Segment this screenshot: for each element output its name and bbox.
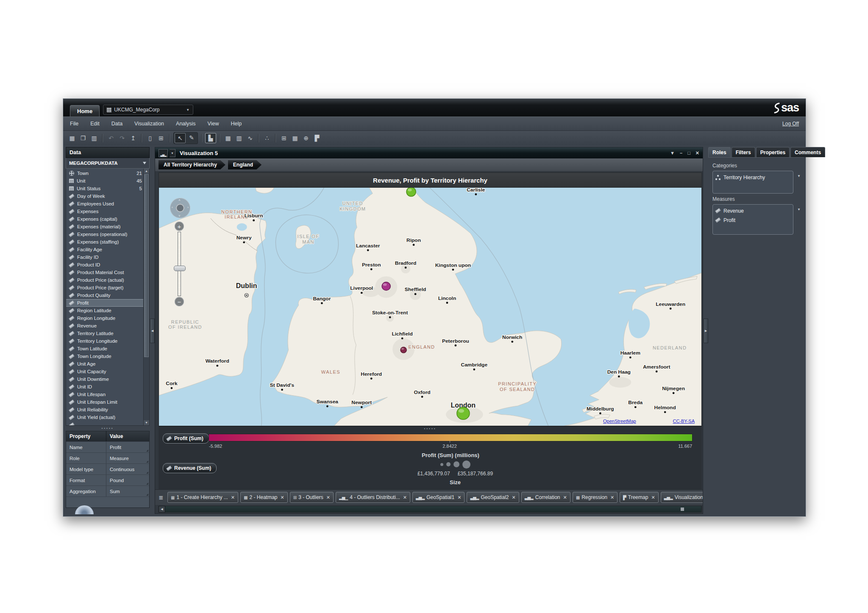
field-expenses-operational[interactable]: Expenses (operational) bbox=[66, 230, 144, 238]
close-icon[interactable]: ✕ bbox=[651, 495, 655, 500]
chevron-down-icon[interactable]: ▼ bbox=[170, 149, 175, 157]
field-territory-latitude[interactable]: Territory Latitude bbox=[66, 330, 144, 337]
tab-filters[interactable]: Filters bbox=[732, 147, 755, 157]
data-source-selector[interactable]: MEGACORPUKDATA bbox=[66, 158, 150, 169]
field-unit-lifespan-limit[interactable]: Unit Lifespan Limit bbox=[66, 398, 144, 406]
tab-geospatial1[interactable]: ▃▅▂GeoSpatial1✕ bbox=[412, 492, 465, 503]
property-value[interactable]: Profit bbox=[106, 442, 149, 452]
panel-filter-icon[interactable]: ▼ bbox=[670, 150, 675, 155]
table-view-button[interactable]: ▦ bbox=[223, 133, 233, 143]
map-bubble-green[interactable] bbox=[406, 188, 416, 197]
layout-button[interactable]: ⊞ bbox=[156, 133, 166, 143]
zoom-handle[interactable] bbox=[174, 266, 186, 271]
field-unit[interactable]: Unit45 bbox=[66, 177, 144, 185]
categories-box[interactable]: Territory Hierarchy bbox=[712, 171, 793, 194]
close-icon[interactable]: ✕ bbox=[403, 495, 407, 500]
menu-data[interactable]: Data bbox=[111, 121, 122, 127]
menu-file[interactable]: File bbox=[70, 121, 78, 127]
breadcrumb-all-territory-hierarchy[interactable]: All Territory Hierarchy bbox=[159, 160, 225, 169]
role-item-territory-hierarchy[interactable]: Territory Hierarchy bbox=[715, 173, 790, 181]
property-value[interactable]: Continuous bbox=[106, 464, 149, 474]
undo-button[interactable]: ↶ bbox=[106, 133, 116, 143]
maximize-icon[interactable]: □ bbox=[687, 150, 690, 155]
zoom-track[interactable] bbox=[178, 232, 181, 296]
open-button[interactable]: ❐ bbox=[78, 133, 88, 143]
field-town-latitude[interactable]: Town Latitude bbox=[66, 345, 144, 352]
field-product-price-target[interactable]: Product Price (target) bbox=[66, 284, 144, 291]
grid-view-button[interactable]: ▦ bbox=[290, 133, 300, 143]
field-unit-yield-actual[interactable]: Unit Yield (actual) bbox=[66, 413, 144, 421]
property-value[interactable]: Sum bbox=[106, 486, 149, 497]
property-value[interactable]: Measure bbox=[106, 453, 149, 463]
field-territory-longitude[interactable]: Territory Longitude bbox=[66, 337, 144, 345]
map-pan-control[interactable]: ˄˅‹› bbox=[170, 198, 190, 218]
geo-map[interactable]: NORTHERNIRELANDUNITEDKINGDOMISLE OFMANRE… bbox=[159, 188, 702, 426]
field-unit-capacity[interactable]: Unit Capacity bbox=[66, 368, 144, 375]
field-profit[interactable]: Profit bbox=[66, 299, 144, 307]
scatter-view-button[interactable]: ∴ bbox=[262, 133, 272, 143]
close-icon[interactable]: ✕ bbox=[457, 495, 461, 500]
save-button[interactable]: ▥ bbox=[89, 133, 99, 143]
tab-3-outliers[interactable]: ⊞3 - Outliers✕ bbox=[290, 492, 334, 503]
scrollbar-thumb[interactable] bbox=[144, 174, 149, 357]
field-product-quality[interactable]: Product Quality bbox=[66, 291, 144, 299]
field-unit-lifespan[interactable]: Unit Lifespan bbox=[66, 391, 144, 398]
field-product-price-actual[interactable]: Product Price (actual) bbox=[66, 276, 144, 284]
role-item-profit[interactable]: Profit bbox=[715, 216, 790, 224]
close-icon[interactable]: ✕ bbox=[326, 495, 330, 500]
field-town[interactable]: Town21 bbox=[66, 169, 144, 177]
field-region-longitude[interactable]: Region Longitude bbox=[66, 314, 144, 322]
menu-analysis[interactable]: Analysis bbox=[176, 121, 196, 127]
tab-correlation[interactable]: ▃▅▂Correlation✕ bbox=[521, 492, 570, 503]
close-icon[interactable]: ✕ bbox=[610, 495, 614, 500]
report-selector[interactable]: UKCMG_MegaCorp ▼ bbox=[103, 105, 193, 115]
scroll-down-icon[interactable]: ▼ bbox=[144, 420, 149, 425]
map-bubble-green[interactable] bbox=[457, 407, 470, 419]
tab-roles[interactable]: Roles bbox=[708, 147, 731, 157]
field-unit-downtime[interactable]: Unit Downtime bbox=[66, 375, 144, 383]
tab-4-outliers-distributi[interactable]: ▂▅▁4 - Outliers Distributi...✕ bbox=[336, 492, 410, 503]
minimize-icon[interactable]: – bbox=[680, 150, 682, 155]
field-product-id[interactable]: Product ID bbox=[66, 261, 144, 269]
menu-edit[interactable]: Edit bbox=[90, 121, 100, 127]
tab-geospatial2[interactable]: ▃▅▂GeoSpatial2✕ bbox=[467, 492, 519, 503]
close-icon[interactable]: ✕ bbox=[563, 495, 567, 500]
panel-splitter-handle[interactable]: ••••• bbox=[66, 426, 150, 431]
field-expenses-capital[interactable]: Expenses (capital) bbox=[66, 215, 144, 223]
field-unit-status[interactable]: Unit Status5 bbox=[66, 185, 144, 192]
zoom-out-icon[interactable]: − bbox=[175, 297, 184, 306]
field-region-latitude[interactable]: Region Latitude bbox=[66, 307, 144, 314]
zoom-in-icon[interactable]: + bbox=[175, 222, 184, 231]
map-zoom-slider[interactable]: + − bbox=[173, 222, 186, 306]
log-off-link[interactable]: Log Off bbox=[782, 121, 799, 127]
breadcrumb-england[interactable]: England bbox=[228, 160, 262, 169]
revenue-legend-button[interactable]: Revenue (Sum) bbox=[163, 463, 217, 473]
field-product-material-cost[interactable]: Product Material Cost bbox=[66, 269, 144, 276]
tab-menu-icon[interactable]: ≣ bbox=[157, 493, 165, 502]
home-tab[interactable]: Home bbox=[70, 105, 100, 116]
select-pointer-button[interactable]: ↖ bbox=[175, 133, 186, 143]
tab-comments[interactable]: Comments bbox=[790, 147, 825, 157]
tab-1-create-hierarchy[interactable]: ▦1 - Create Hierarchy ...✕ bbox=[167, 492, 238, 503]
tab-2-heatmap[interactable]: ▩2 - Heatmap✕ bbox=[240, 492, 288, 503]
left-splitter[interactable]: ◀ bbox=[150, 147, 155, 514]
link-openstreetmap[interactable]: OpenStreetMap bbox=[603, 419, 636, 424]
field-facility-age[interactable]: Facility Age bbox=[66, 246, 144, 253]
tab-treemap[interactable]: ▛Treemap✕ bbox=[620, 492, 659, 503]
field-item[interactable] bbox=[66, 421, 144, 426]
line-chart-view-button[interactable]: ∿ bbox=[245, 133, 255, 143]
profit-legend-button[interactable]: Profit (Sum) bbox=[163, 433, 209, 444]
field-unit-age[interactable]: Unit Age bbox=[66, 360, 144, 368]
close-icon[interactable]: ✕ bbox=[512, 495, 516, 500]
field-employees-used[interactable]: Employees Used bbox=[66, 200, 144, 208]
chart-type-button[interactable]: ▙ bbox=[205, 133, 216, 143]
collapse-left-icon[interactable]: ◀ bbox=[150, 319, 155, 343]
field-unit-id[interactable]: Unit ID bbox=[66, 383, 144, 391]
collapse-right-icon[interactable]: ▶ bbox=[704, 319, 708, 343]
tab-visualization-1[interactable]: ▃▅▂Visualization 1✕ bbox=[661, 492, 703, 503]
hscroll-track[interactable] bbox=[165, 506, 701, 512]
treemap-view-button[interactable]: ▛ bbox=[312, 133, 322, 143]
map-bubble-maroon[interactable] bbox=[401, 347, 406, 353]
field-list-scrollbar[interactable]: ▲ ▼ bbox=[143, 169, 149, 425]
geo-map-view-button[interactable]: ⊕ bbox=[301, 133, 311, 143]
